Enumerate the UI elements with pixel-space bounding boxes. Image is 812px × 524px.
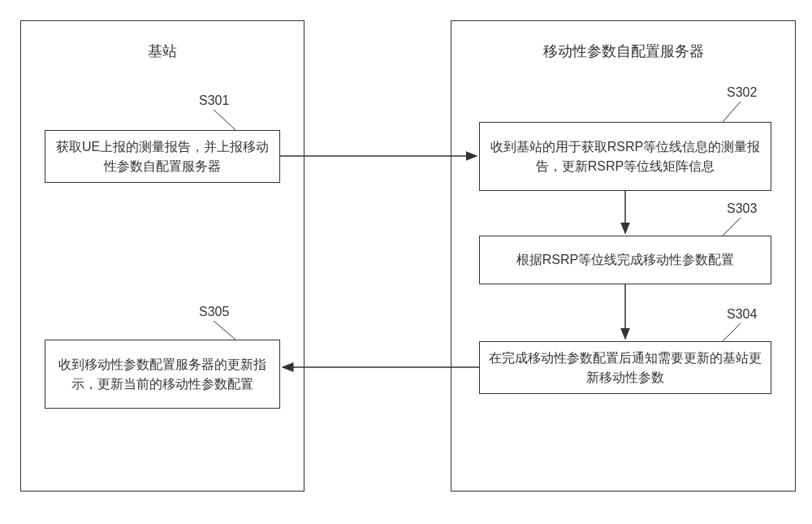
step-s305-box: 收到移动性参数配置服务器的更新指示，更新当前的移动性参数配置 <box>45 340 280 409</box>
left-swimlane-title: 基站 <box>21 41 304 61</box>
step-s304-text: 在完成移动性参数配置后通知需要更新的基站更新移动性参数 <box>488 349 762 388</box>
step-s304-box: 在完成移动性参数配置后通知需要更新的基站更新移动性参数 <box>479 341 771 394</box>
step-s303-text: 根据RSRP等位线完成移动性参数配置 <box>516 250 734 270</box>
step-s301-label: S301 <box>199 93 229 108</box>
step-s303-label: S303 <box>727 201 757 216</box>
step-s301-text: 获取UE上报的测量报告，并上报移动性参数自配置服务器 <box>54 137 271 176</box>
step-s305-text: 收到移动性参数配置服务器的更新指示，更新当前的移动性参数配置 <box>54 355 271 394</box>
step-s304-label: S304 <box>727 307 757 322</box>
step-s301-box: 获取UE上报的测量报告，并上报移动性参数自配置服务器 <box>45 130 280 183</box>
step-s302-text: 收到基站的用于获取RSRP等位线信息的测量报告，更新RSRP等位线矩阵信息 <box>488 137 762 176</box>
step-s302-box: 收到基站的用于获取RSRP等位线信息的测量报告，更新RSRP等位线矩阵信息 <box>479 122 771 191</box>
flowchart-diagram: 基站 移动性参数自配置服务器 获取UE上报的测量报告，并上报移动性参数自配置服务… <box>0 0 812 524</box>
left-swimlane: 基站 <box>20 20 304 492</box>
step-s303-box: 根据RSRP等位线完成移动性参数配置 <box>479 236 771 284</box>
step-s305-label: S305 <box>199 305 229 319</box>
right-swimlane-title: 移动性参数自配置服务器 <box>451 41 795 61</box>
step-s302-label: S302 <box>727 85 757 100</box>
